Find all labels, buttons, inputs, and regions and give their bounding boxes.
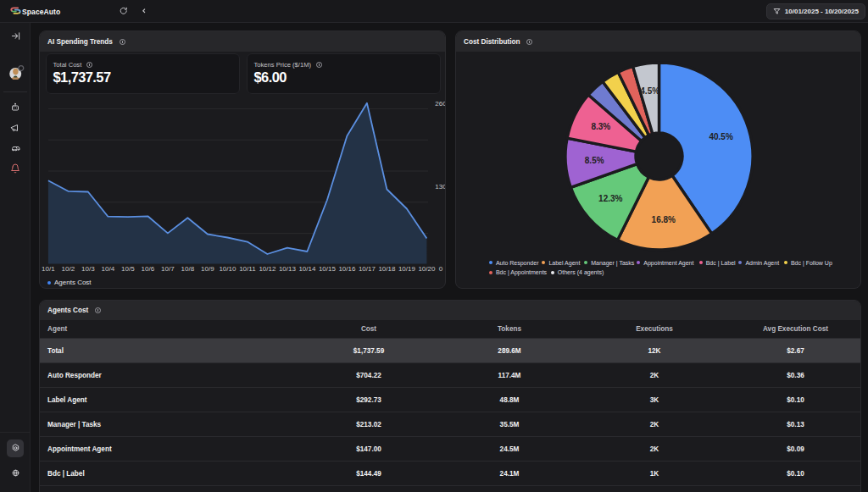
svg-text:4.5%: 4.5% <box>640 86 659 96</box>
svg-text:12.3%: 12.3% <box>598 194 622 203</box>
svg-text:16.8%: 16.8% <box>652 215 676 224</box>
svg-text:8.3%: 8.3% <box>591 122 610 131</box>
svg-text:40.5%: 40.5% <box>709 132 732 141</box>
svg-text:8.5%: 8.5% <box>585 156 604 165</box>
